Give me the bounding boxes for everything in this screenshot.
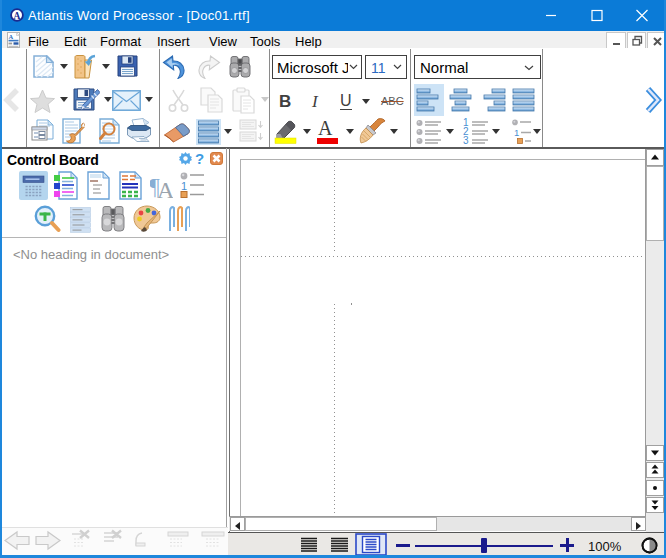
svg-text:1: 1 <box>181 180 187 192</box>
svg-text:A: A <box>157 177 173 199</box>
svg-text:1: 1 <box>514 127 519 138</box>
svg-text:A: A <box>9 33 14 40</box>
svg-text:A: A <box>14 11 21 21</box>
svg-text:3: 3 <box>463 135 469 145</box>
